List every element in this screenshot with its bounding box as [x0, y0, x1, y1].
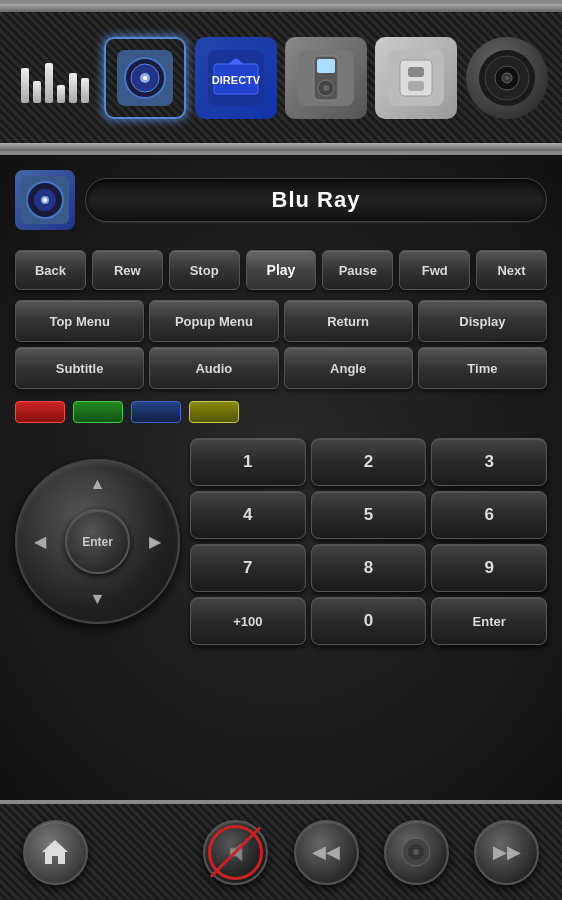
popup-menu-button[interactable]: Popup Menu	[149, 300, 278, 342]
red-button[interactable]	[15, 401, 65, 423]
page-title: Blu Ray	[272, 187, 361, 213]
main-area: Blu Ray Back Rew Stop Play Pause Fwd Nex…	[0, 155, 562, 800]
volume-button[interactable]	[384, 820, 449, 885]
header-disc-icon	[15, 170, 75, 230]
svg-point-22	[505, 76, 509, 80]
menu-grid-row1: Top Menu Popup Menu Return Display	[15, 300, 547, 342]
display-button[interactable]: Display	[418, 300, 547, 342]
device-directv[interactable]: DIRECTV	[195, 37, 277, 119]
color-buttons	[15, 401, 547, 423]
fastforward-button[interactable]: ▶▶	[474, 820, 539, 885]
svg-text:DIRECTV: DIRECTV	[212, 74, 261, 86]
yellow-button[interactable]	[189, 401, 239, 423]
dpad-enter-button[interactable]: Enter	[65, 509, 130, 574]
dpad-left-button[interactable]: ◀	[25, 527, 55, 557]
device-lights[interactable]	[375, 37, 457, 119]
controls-row: ▲ ▼ ◀ ▶ Enter 1 2 3 4 5 6 7 8 9 +100 0 E…	[15, 438, 547, 645]
svg-marker-28	[42, 840, 68, 864]
back-button[interactable]: Back	[15, 250, 86, 290]
dpad-up-button[interactable]: ▲	[83, 469, 113, 499]
svg-point-32	[413, 849, 419, 855]
num-2-button[interactable]: 2	[311, 438, 427, 486]
num-8-button[interactable]: 8	[311, 544, 427, 592]
transport-row: Back Rew Stop Play Pause Fwd Next	[15, 250, 547, 290]
return-button[interactable]: Return	[284, 300, 413, 342]
fastforward-icon: ▶▶	[493, 841, 521, 863]
device-ipod[interactable]	[285, 37, 367, 119]
disc-icon-svg	[21, 176, 69, 224]
menu-grid-row2: Subtitle Audio Angle Time	[15, 347, 547, 389]
numpad: 1 2 3 4 5 6 7 8 9 +100 0 Enter	[190, 438, 547, 645]
directv-svg: DIRECTV	[208, 50, 264, 106]
title-bar: Blu Ray	[85, 178, 547, 222]
angle-button[interactable]: Angle	[284, 347, 413, 389]
rew-button[interactable]: Rew	[92, 250, 163, 290]
num-7-button[interactable]: 7	[190, 544, 306, 592]
ipod-svg	[298, 50, 354, 106]
dpad-right-button[interactable]: ▶	[140, 527, 170, 557]
num-1-button[interactable]: 1	[190, 438, 306, 486]
top-menu-button[interactable]: Top Menu	[15, 300, 144, 342]
num-6-button[interactable]: 6	[431, 491, 547, 539]
next-button[interactable]: Next	[476, 250, 547, 290]
svg-marker-29	[230, 843, 242, 861]
device-speaker[interactable]	[466, 37, 548, 119]
device-bar: DIRECTV	[0, 0, 562, 155]
dpad-down-button[interactable]: ▼	[83, 584, 113, 614]
green-button[interactable]	[73, 401, 123, 423]
bluray-disc-svg	[117, 50, 173, 106]
svg-point-13	[323, 85, 329, 91]
num-9-button[interactable]: 9	[431, 544, 547, 592]
blue-button[interactable]	[131, 401, 181, 423]
time-button[interactable]: Time	[418, 347, 547, 389]
dpad: ▲ ▼ ◀ ▶ Enter	[15, 459, 180, 624]
pause-button[interactable]: Pause	[322, 250, 393, 290]
bottom-bar: ◀◀ ▶▶	[0, 800, 562, 900]
home-icon	[39, 836, 71, 868]
svg-point-4	[143, 76, 147, 80]
svg-rect-17	[408, 81, 424, 91]
mute-circle-icon	[208, 825, 263, 880]
num-3-button[interactable]: 3	[431, 438, 547, 486]
mute-button[interactable]	[203, 820, 268, 885]
svg-point-27	[43, 198, 47, 202]
home-button[interactable]	[23, 820, 88, 885]
play-button[interactable]: Play	[246, 250, 317, 290]
num-4-button[interactable]: 4	[190, 491, 306, 539]
num-plus100-button[interactable]: +100	[190, 597, 306, 645]
bottom-spacer-1	[113, 820, 178, 885]
subtitle-button[interactable]: Subtitle	[15, 347, 144, 389]
speaker-svg	[479, 50, 535, 106]
num-enter-button[interactable]: Enter	[431, 597, 547, 645]
switch-svg	[388, 50, 444, 106]
device-bluray[interactable]	[104, 37, 186, 119]
fwd-button[interactable]: Fwd	[399, 250, 470, 290]
num-0-button[interactable]: 0	[311, 597, 427, 645]
device-header: Blu Ray	[15, 170, 547, 230]
device-mixer[interactable]	[14, 37, 96, 119]
volume-icon	[400, 836, 432, 868]
stop-button[interactable]: Stop	[169, 250, 240, 290]
audio-button[interactable]: Audio	[149, 347, 278, 389]
mute-speaker-icon	[222, 838, 250, 866]
dpad-container: ▲ ▼ ◀ ▶ Enter	[15, 459, 180, 624]
svg-rect-16	[408, 67, 424, 77]
rewind-button[interactable]: ◀◀	[294, 820, 359, 885]
rewind-icon: ◀◀	[312, 841, 340, 863]
num-5-button[interactable]: 5	[311, 491, 427, 539]
svg-rect-11	[317, 59, 335, 73]
